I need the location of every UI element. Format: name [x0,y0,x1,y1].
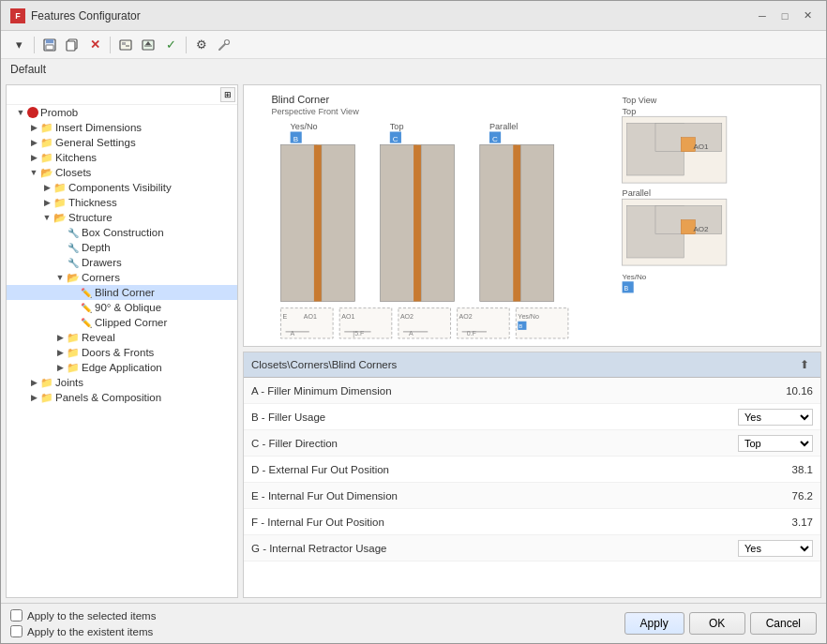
maximize-button[interactable]: □ [775,7,794,25]
property-header: Closets\Corners\Blind Corners ⬆ [244,352,820,378]
tree-panel: ⊞ ▼ Promob ▶ 📁 Insert Dimensions ▶ 📁 Gen… [6,84,238,598]
tree-item-reveal[interactable]: ▶ 📁 Reveal [7,330,237,345]
settings-button[interactable]: ⚙ [191,35,212,55]
tree-item-promob[interactable]: ▼ Promob [7,105,237,120]
expand-kitchens[interactable]: ▶ [27,151,40,164]
tree-item-general-settings[interactable]: ▶ 📁 General Settings [7,135,237,150]
svg-text:C: C [492,135,498,143]
general-settings-label: General Settings [55,137,136,148]
cancel-button[interactable]: Cancel [750,612,817,635]
apply-existent-input[interactable] [10,625,23,637]
joints-label: Joints [55,377,83,388]
expand-joints[interactable]: ▶ [27,376,40,389]
components-visibility-label: Components Visibility [68,182,172,193]
tree-item-kitchens[interactable]: ▶ 📁 Kitchens [7,150,237,165]
expand-thickness[interactable]: ▶ [40,196,53,209]
prop-b-select[interactable]: Yes No [738,409,813,426]
toolbar-separator-2 [110,37,111,53]
ok-button[interactable]: OK [689,612,745,635]
prop-c-label: C - Filler Direction [251,438,738,449]
tree-item-joints[interactable]: ▶ 📁 Joints [7,375,237,390]
apply-button[interactable]: Apply [624,612,684,635]
prop-a-label: A - Filler Minimum Dimension [251,385,738,397]
leaf-icon-clipped-corner: ✏️ [80,316,93,329]
svg-rect-33 [480,145,516,302]
tree-item-edge-application[interactable]: ▶ 📁 Edge Application [7,360,237,375]
expand-general-settings[interactable]: ▶ [27,136,40,149]
dropdown-button[interactable]: ▾ [8,35,29,55]
expand-closets[interactable]: ▼ [27,166,40,179]
preview-area: Blind Corner Perspective Front View Yes/… [243,84,821,347]
doors-fronts-label: Doors & Fronts [82,347,154,358]
expand-panels[interactable]: ▶ [27,391,40,404]
tree-item-clipped-corner[interactable]: ▶ ✏️ Clipped Corner [7,315,237,330]
confirm-button[interactable]: ✓ [160,35,181,55]
button-group: Apply OK Cancel [624,612,817,635]
svg-rect-4 [67,41,75,51]
expand-corners[interactable]: ▼ [53,271,67,284]
apply-existent-checkbox[interactable]: Apply to the existent items [10,625,156,637]
folder-icon-general: 📁 [40,136,53,149]
collapse-button[interactable]: ⬆ [796,356,813,373]
title-bar-left: F Features Configurator [10,8,141,23]
leaf-icon-90-oblique: ✏️ [80,301,93,314]
prop-b-label: B - Filler Usage [251,412,738,423]
expand-insert-dim[interactable]: ▶ [27,121,40,134]
tree-item-structure[interactable]: ▼ 📂 Structure [7,210,237,225]
right-panel: Blind Corner Perspective Front View Yes/… [243,84,821,598]
tree-item-depth[interactable]: ▶ 🔧 Depth [7,240,237,255]
export-button[interactable] [138,35,158,55]
tree-item-closets[interactable]: ▼ 📂 Closets [7,165,237,180]
svg-text:|5.F: |5.F [353,330,365,337]
tree-item-corners[interactable]: ▼ 📂 Corners [7,270,237,285]
main-content: ⊞ ▼ Promob ▶ 📁 Insert Dimensions ▶ 📁 Gen… [1,80,826,603]
tree-item-drawers[interactable]: ▶ 🔧 Drawers [7,255,237,270]
tree-item-panels-composition[interactable]: ▶ 📁 Panels & Composition [7,390,237,405]
tree-item-thickness[interactable]: ▶ 📁 Thickness [7,195,237,210]
svg-text:Top View: Top View [623,96,657,105]
expand-comp-vis[interactable]: ▶ [40,181,53,194]
tree-item-box-construction[interactable]: ▶ 🔧 Box Construction [7,225,237,240]
apply-selected-checkbox[interactable]: Apply to the selected items [10,609,156,622]
minimize-button[interactable]: ─ [753,7,772,25]
panels-composition-label: Panels & Composition [55,392,161,403]
tree-header: ⊞ [7,85,237,105]
promob-label: Promob [40,107,78,118]
expand-structure[interactable]: ▼ [40,211,53,224]
tree-scroll-button[interactable]: ⊞ [220,87,235,102]
bottom-bar: Apply to the selected items Apply to the… [1,603,826,643]
copy-button[interactable] [62,35,83,55]
toolbar-separator-3 [186,37,187,53]
structure-label: Structure [68,212,113,223]
delete-button[interactable]: ✕ [84,35,105,55]
expand-reveal[interactable]: ▶ [53,331,67,344]
title-controls: ─ □ ✕ [753,7,817,25]
close-button[interactable]: ✕ [798,7,817,25]
svg-text:AO1: AO1 [341,313,354,320]
expand-doors-fronts[interactable]: ▶ [53,346,67,359]
expand-promob[interactable]: ▼ [14,106,27,119]
prop-c-select[interactable]: Top Parallel None [738,435,813,452]
svg-text:Yes/No: Yes/No [623,273,647,281]
thickness-label: Thickness [68,197,117,208]
tree-item-insert-dimensions[interactable]: ▶ 📁 Insert Dimensions [7,120,237,135]
edge-application-label: Edge Application [82,362,162,373]
svg-text:C: C [393,135,398,143]
svg-text:0.F: 0.F [467,330,477,337]
expand-edge-app[interactable]: ▶ [53,361,67,374]
tree-item-90-oblique[interactable]: ▶ ✏️ 90° & Oblique [7,300,237,315]
svg-rect-27 [322,145,354,302]
tools-button[interactable] [214,35,234,55]
import-button[interactable] [115,35,136,55]
tree-item-doors-fronts[interactable]: ▶ 📁 Doors & Fronts [7,345,237,360]
tree-item-blind-corner[interactable]: ▶ ✏️ Blind Corner [7,285,237,300]
tree-item-components-visibility[interactable]: ▶ 📁 Components Visibility [7,180,237,195]
prop-g-select[interactable]: Yes No [738,540,813,557]
property-row-g: G - Internal Retractor Usage Yes No [244,535,820,562]
folder-icon-joints: 📁 [40,376,53,389]
corners-label: Corners [82,272,120,283]
apply-selected-input[interactable] [10,609,23,622]
save-button[interactable] [39,35,60,55]
leaf-icon-box: 🔧 [67,226,80,239]
svg-rect-1 [46,39,53,43]
